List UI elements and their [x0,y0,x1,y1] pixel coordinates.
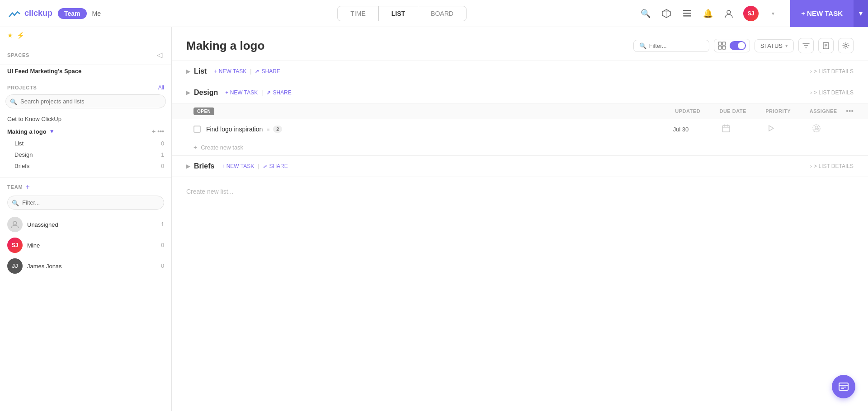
section-list-details-btn[interactable]: › > LIST DETAILS [810,68,854,75]
sub-item-count: 0 [161,163,164,169]
task-checkbox[interactable] [193,126,201,133]
bolt-icon: ⚡ [17,32,24,39]
tab-time[interactable]: TIME [337,6,378,21]
create-task-row[interactable]: + Create new task [172,139,868,155]
status-label: STATUS [760,42,783,49]
settings-icon-btn[interactable] [838,38,854,53]
section-share-btn[interactable]: ⇗ SHARE [266,89,291,96]
project-group-header[interactable]: Making a logo ▼ + ••• [0,125,171,138]
svg-point-22 [815,126,818,129]
task-assignee[interactable] [794,124,839,135]
team-add-button[interactable]: + [25,183,29,191]
section-title: Design [194,89,218,97]
cube-icon[interactable] [660,7,673,20]
add-icon[interactable]: + [152,128,156,135]
search-input[interactable] [5,94,166,108]
task-count-badge: 2 [273,126,282,133]
me-label[interactable]: Me [92,10,101,17]
filter-search-icon: 🔍 [639,42,646,49]
team-badge[interactable]: Team [58,8,87,19]
toggle-switch[interactable] [730,41,746,50]
create-new-list[interactable]: Create new list... [172,177,868,206]
member-count: 1 [161,221,164,228]
status-chevron-icon: ▾ [785,43,788,49]
collapse-button[interactable]: ◁ [155,49,164,61]
more-columns-icon[interactable]: ••• [846,107,854,115]
share-icon: ⇗ [255,68,259,75]
team-label: TEAM [7,184,23,190]
member-name: James Jonas [27,263,62,270]
team-member-unassigned[interactable]: Unassigned 1 [7,214,164,235]
tab-board[interactable]: BOARD [418,6,467,21]
sub-item-label: Briefs [14,163,29,169]
section-share-btn[interactable]: ⇗ SHARE [263,163,288,169]
projects-header: PROJECTS All [0,79,171,94]
space-name[interactable]: UI Feed Marketing's Space [0,65,171,79]
mine-initials: SJ [12,242,19,248]
project-search-box: 🔍 [5,94,166,108]
section-new-task-btn[interactable]: + NEW TASK [222,163,254,169]
svg-rect-10 [718,46,722,49]
design-section-header[interactable]: ▶ Design + NEW TASK | ⇗ SHARE › > LIST D… [172,82,868,103]
section-list-details-btn[interactable]: › > LIST DETAILS [810,163,854,169]
chevron-right-icon: › [810,68,812,75]
team-member-james[interactable]: JJ James Jonas 0 [7,256,164,276]
team-member-mine[interactable]: SJ Mine 0 [7,235,164,256]
user-icon[interactable] [722,7,735,20]
svg-point-7 [13,221,17,225]
new-task-button[interactable]: + NEW TASK [790,0,854,27]
nav-left: clickup Team Me [0,6,172,21]
dropdown-arrow-icon[interactable]: ▾ [767,7,779,20]
search-icon[interactable]: 🔍 [639,7,652,20]
bell-icon[interactable]: 🔔 [702,7,714,20]
list-section-header[interactable]: ▶ List + NEW TASK | ⇗ SHARE › > LIST DET… [172,61,868,82]
task-menu-icon: ≡ [266,126,269,132]
doc-icon-btn[interactable] [818,38,834,53]
task-priority[interactable] [749,125,794,134]
member-count: 0 [161,242,164,248]
sidebar-item-design[interactable]: Design 1 [0,149,171,160]
status-dropdown[interactable]: STATUS ▾ [755,39,794,52]
task-due-date[interactable] [703,124,749,134]
svg-rect-5 [683,15,691,17]
sidebar-item-get-to-know[interactable]: Get to Know ClickUp [0,113,171,125]
tab-list[interactable]: LIST [378,6,418,21]
svg-rect-11 [722,46,726,49]
divider: | [258,163,259,169]
chevron-right-icon: › [810,89,812,96]
section-title: List [194,67,207,75]
briefs-section-header[interactable]: ▶ Briefs + NEW TASK | ⇗ SHARE › > LIST D… [172,156,868,177]
projects-all-link[interactable]: All [158,84,164,91]
clickup-logo-icon [7,6,22,21]
avatar[interactable]: SJ [743,6,759,21]
svg-point-6 [727,10,731,14]
section-list-details-btn[interactable]: › > LIST DETAILS [810,89,854,96]
svg-rect-25 [839,383,848,390]
section-new-task-btn[interactable]: + NEW TASK [214,68,246,75]
logo[interactable]: clickup [7,6,52,21]
more-icon[interactable]: ••• [157,128,164,135]
fab-button[interactable] [832,375,855,398]
sidebar-item-list[interactable]: List 0 [0,138,171,149]
sub-item-label: Design [14,151,33,158]
new-task-dropdown-button[interactable]: ▾ [854,0,868,27]
james-avatar: JJ [7,258,23,274]
section-share-btn[interactable]: ⇗ SHARE [255,68,280,75]
filter-icon-btn[interactable] [798,38,814,53]
share-icon: ⇗ [266,89,271,96]
filter-search-icon: 🔍 [12,199,19,206]
task-updated: Jul 30 [658,126,703,133]
section-new-task-btn[interactable]: + NEW TASK [225,89,258,96]
member-count: 0 [161,263,164,269]
page-title: Making a logo [186,39,264,53]
member-name: Mine [27,242,40,249]
team-filter-input[interactable] [7,196,164,210]
list-view-icon[interactable] [681,7,693,20]
task-row[interactable]: Find logo inspiration ≡ 2 Jul 30 [172,119,868,139]
task-table-header: OPEN UPDATED DUE DATE PRIORITY ASSIGNEE … [172,103,868,119]
filter-input[interactable] [649,42,703,49]
star-icon: ★ [7,32,13,39]
sidebar-item-briefs[interactable]: Briefs 0 [0,160,171,172]
expand-icon: ▶ [186,89,190,96]
spaces-icons-row: ★ ⚡ [0,27,171,43]
